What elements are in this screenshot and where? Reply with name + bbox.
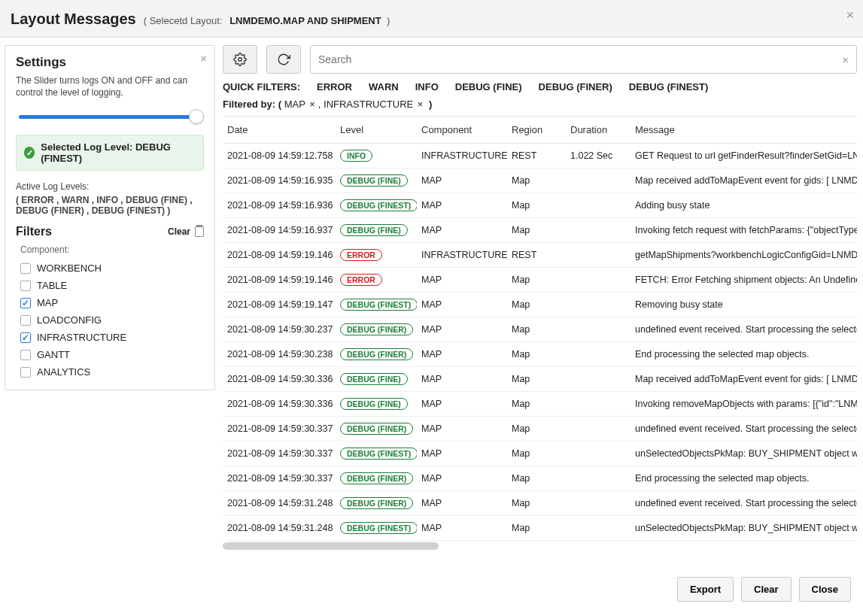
table-row[interactable]: 2021-08-09 14:59:30.336DEBUG (FINE)MAPMa… [223,392,857,417]
quick-filter-debug-finest-[interactable]: DEBUG (FINEST) [629,81,708,93]
cell-date: 2021-08-09 14:59:30.336 [223,392,336,417]
table-row[interactable]: 2021-08-09 14:59:19.146ERRORINFRASTRUCTU… [223,243,857,268]
component-filter-workbench[interactable]: WORKBENCH [16,259,204,277]
table-row[interactable]: 2021-08-09 14:59:30.238DEBUG (FINER)MAPM… [223,342,857,367]
checkbox[interactable] [20,350,31,360]
cell-message: Adding busy state [631,193,857,218]
filters-title: Filters [16,225,52,238]
search-box[interactable]: × [310,45,857,74]
selected-layout-label: ( Selecetd Layout: [144,15,223,26]
cell-duration [566,268,631,293]
component-filter-label: ANALYTICS [37,366,90,378]
table-row[interactable]: 2021-08-09 14:59:31.248DEBUG (FINEST)MAP… [223,516,857,541]
slider-thumb[interactable] [189,109,204,124]
cell-date: 2021-08-09 14:59:30.238 [223,342,336,367]
checkbox[interactable] [20,281,31,291]
table-row[interactable]: 2021-08-09 14:59:30.337DEBUG (FINER)MAPM… [223,466,857,491]
settings-button[interactable] [223,45,257,74]
component-filter-infrastructure[interactable]: INFRASTRUCTURE [16,329,204,346]
column-header-date[interactable]: Date [223,117,336,144]
component-filter-label: MAP [37,297,58,308]
clear-filters-button[interactable]: Clear [168,226,204,237]
table-row[interactable]: 2021-08-09 14:59:16.935DEBUG (FINE)MAPMa… [223,168,857,193]
component-filter-map[interactable]: MAP [16,294,204,311]
cell-date: 2021-08-09 14:59:16.935 [223,168,336,193]
checkbox[interactable] [20,315,31,326]
level-pill: DEBUG (FINE) [340,398,408,410]
level-pill: ERROR [340,249,382,261]
table-row[interactable]: 2021-08-09 14:59:12.758INFOINFRASTRUCTUR… [223,144,857,168]
table-row[interactable]: 2021-08-09 14:59:30.337DEBUG (FINER)MAPM… [223,417,857,442]
settings-close-icon[interactable]: × [200,52,207,65]
filter-chip-remove-icon[interactable]: × [309,99,315,110]
cell-region: REST [507,144,566,168]
table-row[interactable]: 2021-08-09 14:59:16.936DEBUG (FINEST)MAP… [223,193,857,218]
trash-icon [195,226,204,237]
component-filter-analytics[interactable]: ANALYTICS [16,363,204,381]
table-row[interactable]: 2021-08-09 14:59:30.336DEBUG (FINE)MAPMa… [223,367,857,392]
column-header-message[interactable]: Message [631,117,857,144]
checkbox[interactable] [20,367,31,378]
clear-button[interactable]: Clear [741,577,792,602]
cell-date: 2021-08-09 14:59:16.937 [223,218,336,243]
cell-component: MAP [417,168,507,193]
table-row[interactable]: 2021-08-09 14:59:16.937DEBUG (FINE)MAPMa… [223,218,857,243]
table-row[interactable]: 2021-08-09 14:59:30.237DEBUG (FINER)MAPM… [223,317,857,342]
table-row[interactable]: 2021-08-09 14:59:19.146ERRORMAPMapFETCH:… [223,268,857,293]
quick-filter-debug-fine-[interactable]: DEBUG (FINE) [455,81,522,93]
cell-level: DEBUG (FINE) [336,168,417,193]
column-header-region[interactable]: Region [507,117,566,144]
cell-level: INFO [336,144,417,168]
level-pill: DEBUG (FINE) [340,373,408,385]
quick-filter-warn[interactable]: WARN [369,81,399,93]
cell-date: 2021-08-09 14:59:30.336 [223,367,336,392]
filter-chip-remove-icon[interactable]: × [418,99,424,110]
cell-component: INFRASTRUCTURE [417,144,507,168]
cell-date: 2021-08-09 14:59:19.146 [223,243,336,268]
log-level-slider[interactable] [16,109,204,124]
quick-filter-info[interactable]: INFO [415,81,439,93]
export-button[interactable]: Export [677,577,734,602]
checkbox[interactable] [20,298,31,308]
table-row[interactable]: 2021-08-09 14:59:19.147DEBUG (FINEST)MAP… [223,293,857,317]
search-clear-icon[interactable]: × [842,53,849,66]
close-button[interactable]: Close [799,577,851,602]
column-header-component[interactable]: Component [417,117,507,144]
cell-date: 2021-08-09 14:59:16.936 [223,193,336,218]
level-pill: DEBUG (FINE) [340,224,408,236]
table-row[interactable]: 2021-08-09 14:59:30.337DEBUG (FINEST)MAP… [223,442,857,466]
level-pill: DEBUG (FINEST) [340,522,417,534]
cell-level: DEBUG (FINER) [336,342,417,367]
level-pill: ERROR [340,274,382,286]
search-input[interactable] [318,53,842,65]
quick-filter-debug-finer-[interactable]: DEBUG (FINER) [539,81,612,93]
component-filter-gantt[interactable]: GANTT [16,346,204,363]
selected-layout-end: ) [387,15,390,26]
selected-layout: ( Selecetd Layout: LNMDEMO.MAP AND SHIPM… [144,15,390,26]
cell-region: Map [507,218,566,243]
cell-message: End processing the selected map objects. [631,466,857,491]
column-header-duration[interactable]: Duration [566,117,631,144]
filter-chip: MAP [284,99,308,110]
component-filter-loadconfig[interactable]: LOADCONFIG [16,311,204,329]
close-icon[interactable]: × [846,8,854,23]
active-levels-label: Active Log Levels: [16,181,204,192]
refresh-icon [277,53,290,66]
log-toolbar: × [223,45,857,74]
level-pill: INFO [340,150,372,162]
gear-icon [233,53,247,66]
level-pill: DEBUG (FINER) [340,323,413,335]
column-header-level[interactable]: Level [336,117,417,144]
checkbox[interactable] [20,332,31,343]
cell-component: MAP [417,342,507,367]
checkbox[interactable] [20,263,31,274]
quick-filter-error[interactable]: ERROR [317,81,352,93]
cell-level: DEBUG (FINER) [336,466,417,491]
scrollbar-thumb[interactable] [223,542,439,550]
table-row[interactable]: 2021-08-09 14:59:31.248DEBUG (FINER)MAPM… [223,491,857,516]
cell-component: MAP [417,317,507,342]
refresh-button[interactable] [266,45,301,74]
component-filter-table[interactable]: TABLE [16,277,204,294]
horizontal-scrollbar[interactable] [223,542,857,550]
selected-level-text: Selected Log Level: DEBUG (FINEST) [41,141,196,164]
